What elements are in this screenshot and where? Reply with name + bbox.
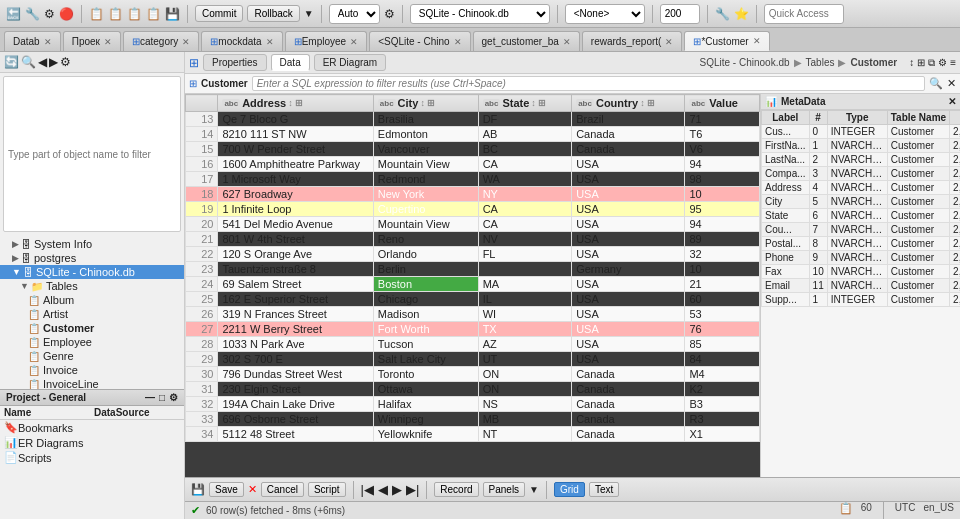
table-row[interactable]: 171 Microsoft WayRedmondWAUSA98 — [186, 172, 760, 187]
rollback-arrow[interactable]: ▼ — [304, 8, 314, 19]
icon-sort[interactable]: ↕ — [909, 57, 914, 69]
project-item-scripts[interactable]: 📄 Scripts — [0, 450, 184, 465]
tab-datab[interactable]: Datab ✕ — [4, 31, 61, 51]
table-row[interactable]: 345112 48 StreetYellowknifeNTCanadaX1 — [186, 427, 760, 442]
filter-icon-clear[interactable]: ✕ — [947, 77, 956, 90]
sidebar-item-artist[interactable]: 📋 Artist — [0, 307, 184, 321]
nav-next[interactable]: ▶ — [392, 482, 402, 497]
tab-sqlite-chino[interactable]: <SQLite - Chino ✕ — [369, 31, 470, 51]
commit-button[interactable]: Commit — [195, 5, 243, 22]
table-row[interactable]: 23Tauentzienstraße 8BerlinGermany10 — [186, 262, 760, 277]
sidebar-item-invoiceline[interactable]: 📋 InvoiceLine — [0, 377, 184, 389]
icon-copy[interactable]: ⧉ — [928, 57, 935, 69]
tab-customer-close[interactable]: ✕ — [753, 36, 761, 46]
table-row[interactable]: 20541 Del Medio AvenueMountain ViewCAUSA… — [186, 217, 760, 232]
table-row[interactable]: 281033 N Park AveTucsonAZUSA85 — [186, 337, 760, 352]
auto-select[interactable]: Auto — [329, 4, 380, 24]
table-row[interactable]: 31230 Elgin StreetOttawaONCanadaK2 — [186, 382, 760, 397]
sidebar-icon-refresh[interactable]: 🔄 — [4, 55, 19, 69]
sub-tab-data[interactable]: Data — [271, 54, 310, 71]
filter-input[interactable] — [252, 76, 925, 91]
project-item-er-diagrams[interactable]: 📊 ER Diagrams — [0, 435, 184, 450]
settings-icon[interactable]: ⚙ — [384, 7, 395, 21]
col-city[interactable]: abc City ↕ ⊞ — [373, 95, 478, 112]
tab-rewards-close[interactable]: ✕ — [665, 37, 673, 47]
sidebar-item-postgres[interactable]: ▶ 🗄 postgres — [0, 251, 184, 265]
table-row[interactable]: 191 Infinite LoopCupertinoCAUSA95 — [186, 202, 760, 217]
tab-rewards[interactable]: rewards_report( ✕ — [582, 31, 683, 51]
col-country[interactable]: abc Country ↕ ⊞ — [572, 95, 685, 112]
quick-access-input[interactable] — [764, 4, 844, 24]
none-select[interactable]: <None> — [565, 4, 645, 24]
sidebar-icon-collapse[interactable]: ◀ — [38, 55, 47, 69]
col-state[interactable]: abc State ↕ ⊞ — [478, 95, 572, 112]
tab-mockdata-close[interactable]: ✕ — [266, 37, 274, 47]
col-state-sort[interactable]: ↕ — [531, 98, 536, 108]
table-row[interactable]: 15700 W Pender StreetVancouverBCCanadaV6 — [186, 142, 760, 157]
tab-get-customer[interactable]: get_customer_ba ✕ — [473, 31, 580, 51]
tab-customer[interactable]: ⊞ *Customer ✕ — [684, 31, 769, 51]
script-button[interactable]: Script — [308, 482, 346, 497]
sub-tab-er-diagram[interactable]: ER Diagram — [314, 54, 386, 71]
tab-mockdata[interactable]: ⊞ mockdata ✕ — [201, 31, 282, 51]
tab-project[interactable]: Проек ✕ — [63, 31, 121, 51]
rollback-button[interactable]: Rollback — [247, 5, 299, 22]
col-address[interactable]: abc Address ↕ ⊞ — [218, 95, 373, 112]
sidebar-item-customer[interactable]: 📋 Customer — [0, 321, 184, 335]
cancel-button[interactable]: Cancel — [261, 482, 304, 497]
nav-first[interactable]: |◀ — [361, 482, 374, 497]
col-state-filter[interactable]: ⊞ — [538, 98, 546, 108]
table-row[interactable]: 32194A Chain Lake DriveHalifaxNSCanadaB3 — [186, 397, 760, 412]
icon-more[interactable]: ≡ — [950, 57, 956, 69]
meta-close[interactable]: ✕ — [948, 96, 956, 107]
nav-last[interactable]: ▶| — [406, 482, 419, 497]
table-row[interactable]: 2469 Salem StreetBostonMAUSA21 — [186, 277, 760, 292]
grid-button[interactable]: Grid — [554, 482, 585, 497]
nav-prev[interactable]: ◀ — [378, 482, 388, 497]
table-row[interactable]: 13Qe 7 Bloco GBrasiliaDFBrazil71 — [186, 112, 760, 127]
sidebar-icon-expand[interactable]: ▶ — [49, 55, 58, 69]
table-row[interactable]: 30796 Dundas Street WestTorontoONCanadaM… — [186, 367, 760, 382]
col-city-sort[interactable]: ↕ — [420, 98, 425, 108]
table-row[interactable]: 33696 Osborne StreetWinnipegMBCanadaR3 — [186, 412, 760, 427]
filter-icon-search[interactable]: 🔍 — [929, 77, 943, 90]
db-select[interactable]: SQLite - Chinook.db — [410, 4, 550, 24]
icon-filter2[interactable]: ⊞ — [917, 57, 925, 69]
tab-datab-close[interactable]: ✕ — [44, 37, 52, 47]
sidebar-item-employee[interactable]: 📋 Employee — [0, 335, 184, 349]
tab-project-close[interactable]: ✕ — [104, 37, 112, 47]
table-row[interactable]: 148210 111 ST NWEdmontonABCanadaT6 — [186, 127, 760, 142]
col-city-filter[interactable]: ⊞ — [427, 98, 435, 108]
table-row[interactable]: 26319 N Frances StreetMadisonWIUSA53 — [186, 307, 760, 322]
tab-category-close[interactable]: ✕ — [182, 37, 190, 47]
tab-employee-close[interactable]: ✕ — [350, 37, 358, 47]
tab-employee[interactable]: ⊞ Employee ✕ — [285, 31, 367, 51]
col-address-sort[interactable]: ↕ — [288, 98, 293, 108]
project-item-bookmarks[interactable]: 🔖 Bookmarks — [0, 420, 184, 435]
project-icon-box[interactable]: □ — [159, 392, 165, 403]
table-row[interactable]: 29302 S 700 ESalt Lake CityUTUSA84 — [186, 352, 760, 367]
sidebar-filter-input[interactable] — [3, 76, 181, 232]
panels-button[interactable]: Panels — [483, 482, 526, 497]
col-address-filter[interactable]: ⊞ — [295, 98, 303, 108]
text-button[interactable]: Text — [589, 482, 619, 497]
data-grid[interactable]: abc Address ↕ ⊞ abc City ↕ — [185, 94, 760, 477]
sidebar-icon-settings[interactable]: ⚙ — [60, 55, 71, 69]
table-row[interactable]: 18627 BroadwayNew YorkNYUSA10 — [186, 187, 760, 202]
sidebar-item-album[interactable]: 📋 Album — [0, 293, 184, 307]
icon-settings2[interactable]: ⚙ — [938, 57, 947, 69]
sidebar-icon-filter[interactable]: 🔍 — [21, 55, 36, 69]
sidebar-item-tables[interactable]: ▼ 📁 Tables — [0, 279, 184, 293]
sub-tab-properties[interactable]: Properties — [203, 54, 267, 71]
col-country-sort[interactable]: ↕ — [640, 98, 645, 108]
panels-arrow[interactable]: ▼ — [529, 484, 539, 495]
table-row[interactable]: 25162 E Superior StreetChicagoILUSA60 — [186, 292, 760, 307]
tab-sqlite-chino-close[interactable]: ✕ — [454, 37, 462, 47]
sidebar-item-sqlite-chinook[interactable]: ▼ 🗄 SQLite - Chinook.db — [0, 265, 184, 279]
tab-category[interactable]: ⊞ category ✕ — [123, 31, 199, 51]
project-icon-minus[interactable]: — — [145, 392, 155, 403]
project-icon-gear[interactable]: ⚙ — [169, 392, 178, 403]
save-button[interactable]: Save — [209, 482, 244, 497]
sidebar-item-invoice[interactable]: 📋 Invoice — [0, 363, 184, 377]
record-button[interactable]: Record — [434, 482, 478, 497]
